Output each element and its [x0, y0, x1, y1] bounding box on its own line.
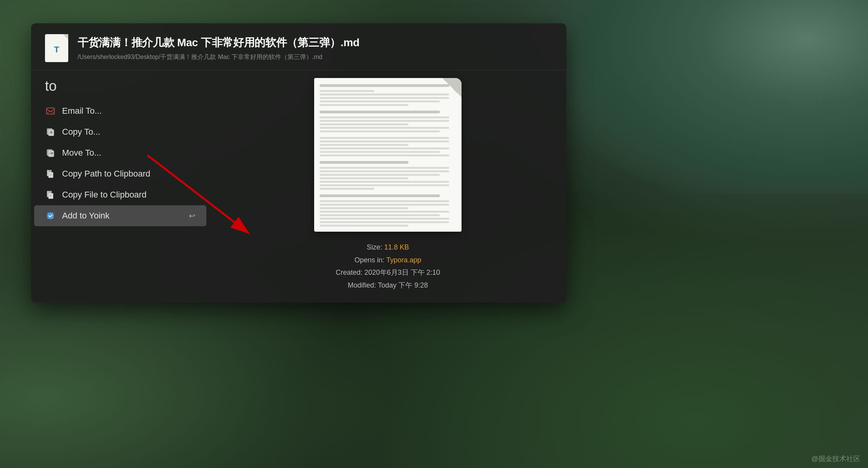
menu-item-copy-to-label: Copy To... — [62, 127, 100, 137]
size-label: Size: — [367, 243, 382, 251]
doc-line — [320, 207, 408, 209]
menu-item-copy-file-label: Copy File to Clipboard — [62, 190, 147, 200]
menu-item-email-to-label: Email To... — [62, 106, 102, 116]
preview-area: Size: 11.8 KB Opens in: Typora.app Creat… — [209, 70, 566, 299]
menu-item-move-to-label: Move To... — [62, 148, 101, 158]
svg-rect-8 — [48, 193, 53, 199]
menu-item-email-to[interactable]: Email To... — [31, 101, 209, 121]
doc-line — [320, 120, 449, 122]
doc-line — [320, 144, 408, 146]
doc-line — [320, 177, 408, 179]
file-icon-letter: T — [54, 45, 59, 55]
doc-line — [320, 94, 449, 95]
watermark: @掘金技术社区 — [811, 454, 860, 463]
panel-header: T 干货满满！推介几款 Mac 下非常好用的软件（第三弹）.md /Users/… — [31, 23, 566, 70]
menu-item-copy-path[interactable]: Copy Path to Clipboard — [31, 163, 209, 184]
menu-area: to Email To... — [31, 70, 209, 299]
doc-line — [320, 170, 449, 172]
doc-preview — [314, 78, 462, 232]
doc-line — [320, 151, 440, 153]
file-title: 干货满满！推介几款 Mac 下非常好用的软件（第三弹）.md — [78, 35, 552, 50]
doc-line — [320, 90, 374, 92]
menu-item-yoink-shortcut: ↩ — [189, 211, 195, 220]
menu-item-move-to[interactable]: Move To... — [31, 142, 209, 163]
doc-line — [320, 214, 440, 216]
file-info: Size: 11.8 KB Opens in: Typora.app Creat… — [335, 241, 440, 291]
copy-file-icon — [45, 189, 56, 200]
svg-rect-0 — [47, 108, 54, 114]
menu-item-copy-to[interactable]: Copy To... — [31, 121, 209, 142]
menu-item-add-yoink-label: Add to Yoink — [62, 211, 109, 221]
yoink-icon — [45, 210, 56, 221]
file-opens-row: Opens in: Typora.app — [335, 254, 440, 266]
svg-rect-6 — [48, 172, 53, 178]
header-text: 干货满满！推介几款 Mac 下非常好用的软件（第三弹）.md /Users/sh… — [78, 35, 552, 61]
svg-rect-4 — [48, 151, 54, 157]
svg-rect-9 — [47, 213, 54, 219]
created-value: 2020年6月3日 下午 2:10 — [364, 269, 440, 276]
doc-line — [320, 184, 449, 186]
move-to-icon — [45, 147, 56, 158]
doc-line — [320, 101, 440, 102]
doc-corner-fold — [442, 78, 462, 97]
doc-line — [320, 116, 449, 118]
email-icon — [45, 106, 56, 116]
doc-line — [320, 130, 440, 132]
doc-line — [320, 127, 449, 129]
doc-line — [320, 140, 449, 142]
doc-line — [320, 218, 449, 220]
doc-line — [320, 188, 374, 190]
opens-label: Opens in: — [354, 256, 384, 264]
doc-line — [320, 225, 408, 227]
panel-content: to Email To... — [31, 70, 566, 299]
size-value: 11.8 KB — [384, 243, 409, 251]
file-modified-row: Modified: Today 下午 9:28 — [335, 279, 440, 291]
doc-line — [320, 211, 449, 213]
doc-line — [320, 161, 408, 164]
copy-path-icon — [45, 168, 56, 179]
opens-value: Typora.app — [386, 256, 421, 264]
copy-to-icon — [45, 127, 56, 137]
doc-text-content — [314, 78, 462, 232]
main-panel: T 干货满满！推介几款 Mac 下非常好用的软件（第三弹）.md /Users/… — [31, 23, 566, 303]
file-icon: T — [45, 34, 68, 62]
doc-line — [320, 111, 440, 113]
created-label: Created: — [335, 269, 362, 276]
doc-line — [320, 104, 408, 106]
doc-line — [320, 194, 440, 197]
doc-line — [320, 221, 449, 223]
doc-line — [320, 84, 449, 87]
search-label: to — [31, 78, 209, 101]
doc-line — [320, 97, 449, 99]
file-size-row: Size: 11.8 KB — [335, 241, 440, 253]
menu-item-add-yoink[interactable]: Add to Yoink ↩ — [34, 205, 206, 226]
bg-right-decoration — [558, 0, 868, 194]
doc-line — [320, 204, 449, 206]
doc-line — [320, 154, 449, 156]
menu-item-copy-file[interactable]: Copy File to Clipboard — [31, 184, 209, 205]
doc-line — [320, 200, 449, 202]
doc-line — [320, 137, 449, 139]
modified-value: Today 下午 9:28 — [378, 281, 428, 289]
doc-line — [320, 181, 449, 183]
modified-label: Modified: — [348, 281, 376, 289]
doc-line — [320, 174, 440, 176]
menu-item-copy-path-label: Copy Path to Clipboard — [62, 169, 150, 179]
doc-line — [320, 147, 449, 149]
doc-line — [320, 167, 449, 169]
file-path: /Users/sherlocked93/Desktop/干货满满！推介几款 Ma… — [78, 53, 552, 61]
file-created-row: Created: 2020年6月3日 下午 2:10 — [335, 266, 440, 279]
doc-line — [320, 123, 408, 125]
